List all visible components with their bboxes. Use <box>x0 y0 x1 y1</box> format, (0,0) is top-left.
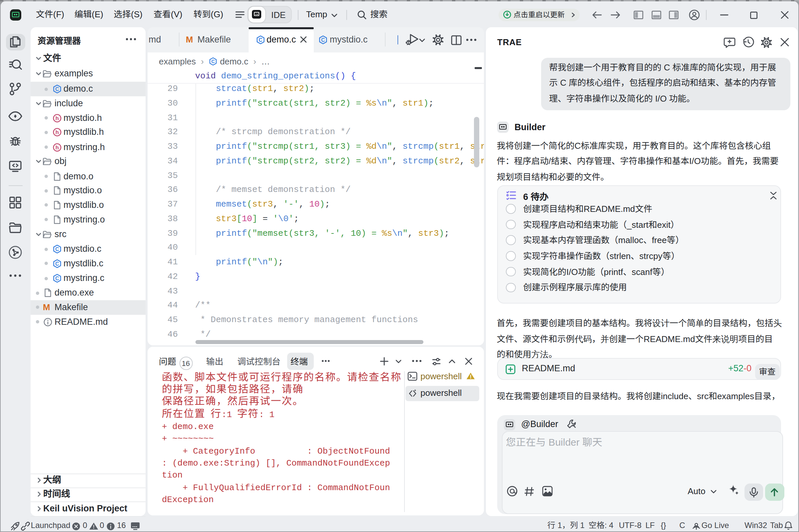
svg-text:C: C <box>55 261 59 266</box>
svg-text:h: h <box>55 129 59 135</box>
svg-text:C: C <box>55 246 59 252</box>
svg-text:C: C <box>55 276 59 281</box>
svg-text:C: C <box>258 37 262 42</box>
svg-text:C: C <box>212 59 215 64</box>
svg-text:C: C <box>321 37 324 42</box>
svg-text:C: C <box>55 86 59 92</box>
svg-text:h: h <box>55 115 59 121</box>
svg-text:h: h <box>55 144 59 150</box>
